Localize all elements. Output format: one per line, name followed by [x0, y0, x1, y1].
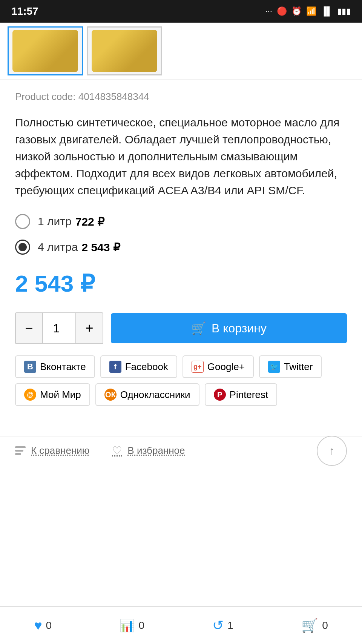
- nav-history[interactable]: ↺ 1: [212, 618, 233, 633]
- volume-option-4[interactable]: 4 литра 2 543 ₽: [15, 240, 347, 255]
- bluetooth-icon: 🔴: [277, 6, 287, 16]
- product-description: Полностью синтетическое, специальное мот…: [15, 114, 347, 199]
- nav-compare[interactable]: 📊 0: [120, 618, 144, 633]
- product-code-value: 4014835848344: [78, 91, 149, 102]
- nav-history-icon: ↺: [212, 618, 224, 633]
- add-to-cart-row: − + 🛒 В корзину: [15, 312, 347, 344]
- googleplus-label: Google+: [207, 361, 245, 373]
- nav-cart[interactable]: 🛒 0: [301, 618, 328, 633]
- gplus-icon: g+: [192, 361, 204, 373]
- fb-icon: f: [109, 361, 121, 373]
- googleplus-button[interactable]: g+ Google+: [183, 355, 254, 378]
- quantity-control: − +: [15, 312, 103, 344]
- pinterest-button[interactable]: P Pinterest: [205, 383, 278, 406]
- favorite-label: В избранное: [127, 445, 185, 456]
- cart-icon: 🛒: [191, 321, 206, 335]
- social-buttons: В Вконтакте f Facebook g+ Google+ 🐦 Twit…: [15, 355, 347, 406]
- nav-cart-count: 0: [322, 619, 328, 632]
- battery-icon: ▮▮▮: [337, 6, 351, 16]
- price-display: 2 543 ₽: [15, 270, 347, 297]
- volume-options: 1 литр 722 ₽ 4 литра 2 543 ₽: [15, 214, 347, 255]
- scroll-top-button[interactable]: ↑: [317, 436, 347, 466]
- signal-icon: ▐▌: [321, 6, 333, 16]
- bottom-actions: К сравнению ♡ В избранное ↑: [0, 436, 362, 465]
- volume-price-1: 722 ₽: [75, 215, 104, 228]
- add-to-cart-label: В корзину: [212, 321, 267, 335]
- heart-icon: ♡: [112, 444, 122, 457]
- compare-icon: [15, 446, 26, 455]
- product-image-2: [92, 30, 158, 72]
- radio-1-liter[interactable]: [15, 214, 30, 229]
- odnoklassniki-label: Одноклассники: [120, 389, 190, 401]
- compare-link[interactable]: К сравнению: [15, 445, 89, 456]
- volume-label-4: 4 литра: [38, 241, 78, 254]
- status-bar: 11:57 ··· 🔴 ⏰ 📶 ▐▌ ▮▮▮: [0, 0, 362, 23]
- dots-icon: ···: [265, 6, 272, 16]
- volume-price-4: 2 543 ₽: [81, 241, 120, 254]
- nav-favorites-count: 0: [46, 619, 52, 632]
- volume-option-1[interactable]: 1 литр 722 ₽: [15, 214, 347, 229]
- twitter-button[interactable]: 🐦 Twitter: [259, 355, 322, 378]
- nav-compare-count: 0: [138, 619, 144, 632]
- nav-favorites[interactable]: ♥ 0: [34, 618, 52, 633]
- arrow-up-icon: ↑: [329, 444, 335, 457]
- moimir-button[interactable]: @ Мой Мир: [15, 383, 90, 406]
- product-thumb-1[interactable]: [8, 26, 83, 75]
- nav-cart-icon: 🛒: [301, 618, 318, 633]
- add-to-cart-button[interactable]: 🛒 В корзину: [111, 313, 347, 343]
- wifi-icon: 📶: [306, 6, 316, 16]
- nav-heart-icon: ♥: [34, 618, 42, 633]
- quantity-minus-button[interactable]: −: [16, 313, 42, 343]
- product-code-label: Product code:: [15, 91, 75, 102]
- favorite-link[interactable]: ♡ В избранное: [112, 444, 185, 457]
- nav-history-count: 1: [227, 619, 233, 632]
- compare-label: К сравнению: [31, 445, 89, 456]
- product-thumb-2[interactable]: [87, 26, 162, 75]
- radio-4-liter[interactable]: [15, 240, 30, 255]
- moimir-label: Мой Мир: [40, 389, 81, 401]
- facebook-label: Facebook: [125, 361, 168, 373]
- quantity-plus-button[interactable]: +: [76, 313, 103, 343]
- vkontakte-button[interactable]: В Вконтакте: [15, 355, 95, 378]
- bottom-nav: ♥ 0 📊 0 ↺ 1 🛒 0: [0, 606, 362, 644]
- vk-icon: В: [24, 361, 36, 373]
- vkontakte-label: Вконтакте: [40, 361, 86, 373]
- volume-label-1: 1 литр: [38, 215, 72, 228]
- ok-icon: ОК: [104, 389, 117, 401]
- main-content: Product code: 4014835848344 Полностью си…: [0, 80, 362, 429]
- status-time: 11:57: [11, 5, 38, 17]
- pinterest-label: Pinterest: [230, 389, 268, 401]
- product-images: [0, 23, 362, 80]
- status-icons: ··· 🔴 ⏰ 📶 ▐▌ ▮▮▮: [265, 6, 351, 16]
- twitter-label: Twitter: [284, 361, 313, 373]
- pin-icon: P: [214, 389, 226, 401]
- odnoklassniki-button[interactable]: ОК Одноклассники: [95, 383, 199, 406]
- product-code: Product code: 4014835848344: [15, 91, 347, 103]
- quantity-input[interactable]: [42, 313, 76, 343]
- alarm-icon: ⏰: [291, 6, 302, 16]
- facebook-button[interactable]: f Facebook: [100, 355, 177, 378]
- product-image-1: [12, 30, 78, 72]
- twitter-icon: 🐦: [268, 361, 280, 373]
- mail-icon: @: [24, 389, 36, 401]
- nav-compare-icon: 📊: [120, 618, 135, 633]
